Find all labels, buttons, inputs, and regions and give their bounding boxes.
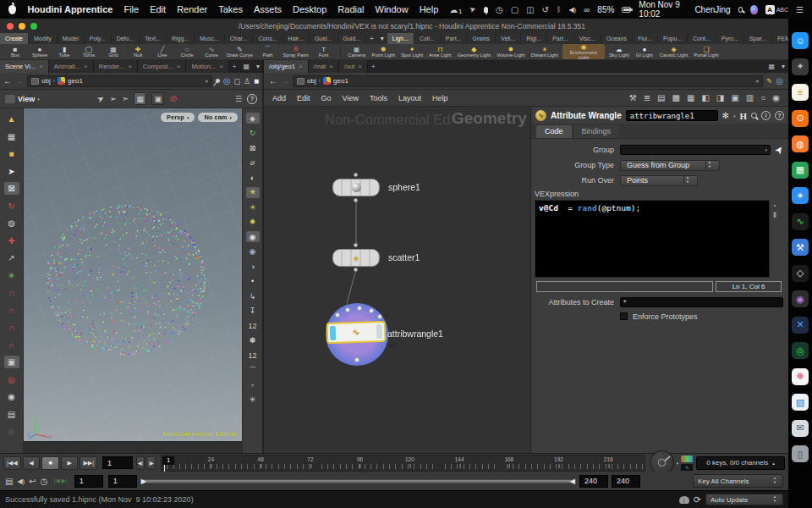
dock-icon-blueprint-x[interactable]: ✕ (792, 317, 809, 334)
shelf-tool[interactable]: ⌒ Path (257, 44, 279, 60)
display-pin-display-icon[interactable]: ↧ (246, 306, 260, 317)
audio-icon[interactable]: ◀) (17, 478, 25, 485)
shelf-tab[interactable]: Oceans (601, 33, 633, 44)
notes-icon[interactable]: ▤ (657, 93, 665, 102)
minimize-window-icon[interactable] (19, 23, 25, 30)
realtime-icon[interactable]: ◷ (41, 477, 48, 486)
shelf-tab[interactable]: Spar... (744, 33, 772, 44)
shelf-tool[interactable]: ● Sphere (29, 44, 51, 60)
shelf-tab[interactable]: Guid... (338, 33, 367, 44)
display-particles-icon[interactable]: ✳ (246, 395, 260, 406)
display-profile-curves-icon[interactable]: ⌒ (246, 365, 260, 376)
left-tool-show-objects-icon[interactable]: ▲ (4, 113, 19, 125)
jump-end-button[interactable]: ▶▶| (80, 456, 97, 470)
stop-button[interactable]: ■ (41, 456, 59, 470)
left-tool-lock-icon[interactable]: ⊠ (4, 182, 19, 195)
shelf-tool[interactable]: ◉ Environment Light (562, 44, 605, 60)
pane-swatch-icon[interactable]: ▦ (240, 60, 254, 73)
path-segment[interactable]: obj (41, 77, 51, 85)
shelf-tool[interactable]: ✸ Volume Light (495, 44, 527, 60)
camera-menu[interactable]: No cam▾ (198, 113, 238, 122)
node-attribwrangle1[interactable]: ∿ (326, 321, 387, 344)
parameter-tab[interactable]: Bindings (573, 125, 620, 138)
path-segment[interactable]: obj (307, 77, 316, 85)
network-menu-item[interactable]: Add (272, 94, 286, 102)
play-end-field[interactable]: 240 (579, 475, 608, 488)
dock-icon-circuit-green[interactable]: ◎ (792, 342, 809, 359)
nav-forward-icon[interactable]: → (15, 77, 24, 86)
node-label[interactable]: sphere1 (388, 182, 420, 192)
close-tab-icon[interactable]: × (358, 63, 362, 70)
shelf-tool[interactable]: ╱ Line (151, 44, 173, 60)
shelf-tool[interactable]: ✦ Spot Light (399, 44, 425, 60)
shelf-tab[interactable]: Part... (547, 33, 574, 44)
input-source[interactable]: AABC (765, 5, 788, 14)
cook-mode-icon[interactable] (679, 496, 689, 504)
layout-right-icon[interactable]: ◨ (716, 93, 724, 102)
time-machine-icon[interactable]: ↺ (542, 5, 549, 14)
display-high-lighting-icon[interactable]: ☀ (246, 202, 260, 213)
spotlight-icon[interactable] (738, 7, 743, 13)
play-button[interactable]: ▶ (61, 456, 79, 470)
zoom-window-icon[interactable] (30, 23, 37, 30)
prev-key-icon[interactable]: |◀ (53, 478, 59, 484)
shelf-tool[interactable]: Π Area Light (427, 44, 453, 60)
display-point-normals-icon[interactable]: ✽ (246, 335, 260, 346)
shelf-tool[interactable]: ✎ Draw Curve (225, 44, 255, 60)
range-handle-left[interactable]: ▶ (141, 478, 146, 485)
left-tool-magnet-grid-icon[interactable]: ∩ (4, 286, 19, 299)
current-frame-field[interactable]: 1 (102, 456, 133, 469)
left-tool-select-arrow-icon[interactable]: ➤ (4, 165, 19, 178)
network-menu-item[interactable]: View (343, 94, 359, 102)
group-input[interactable]: ▾ (620, 145, 771, 155)
dock-icon-final-cut[interactable]: ◉ (792, 290, 809, 307)
dock-icon-houdini[interactable]: ⊙ (792, 110, 809, 127)
node-label[interactable]: scatter1 (388, 252, 420, 262)
network-menu-item[interactable]: Layout (398, 94, 421, 102)
substep-back-icon[interactable]: ◀| (136, 456, 145, 470)
display-options-icon[interactable]: ☰ (235, 95, 242, 103)
shelf-tab[interactable]: Coll... (414, 33, 441, 44)
menubar-item[interactable]: Window (376, 4, 409, 14)
dock-icon-finder[interactable]: ☺ (792, 32, 809, 49)
shelf-tab[interactable]: Guid... (310, 33, 338, 44)
range-handle-right[interactable]: ◀ (570, 478, 575, 485)
display-point-numbers-icon[interactable]: 12 (246, 320, 260, 331)
snapshot-icon[interactable]: ■ (254, 76, 259, 86)
shelf-tab[interactable]: Musc... (195, 33, 225, 44)
next-key-icon[interactable]: ▶| (62, 478, 68, 484)
select-cursor-icon[interactable]: ➢ (110, 95, 117, 103)
path-field[interactable]: obj › geo1 ▾ (293, 75, 763, 87)
left-tool-magnet-large-icon[interactable]: ∩ (4, 339, 19, 351)
visibility-icon[interactable]: ◉ (772, 93, 780, 102)
pane-tab[interactable]: /obj/geo1× (264, 60, 309, 73)
control-center-icon[interactable]: ☰ (796, 5, 804, 14)
asset-box-icon[interactable]: ▥ (746, 93, 754, 102)
menubar-item[interactable]: Render (177, 4, 207, 14)
character-select-icon[interactable]: ♙ (244, 77, 250, 86)
close-tab-icon[interactable]: × (128, 63, 132, 70)
close-window-icon[interactable] (7, 23, 14, 30)
display-default-material-icon[interactable]: ◉ (246, 231, 260, 242)
left-tool-pose-tool-icon[interactable]: ✳ (4, 269, 19, 282)
shelf-tool[interactable]: ❑ Portal Light (692, 44, 720, 60)
cloud-sync-icon[interactable]: ☁1 (449, 5, 462, 14)
shelf-tab[interactable]: Modify (29, 33, 58, 44)
color-palette-icon[interactable]: ▩ (672, 93, 680, 102)
shelf-tool[interactable]: ✚ Null (127, 44, 149, 60)
substep-fwd-icon[interactable]: |▶ (146, 456, 156, 470)
screen-mirroring-icon[interactable]: ∞ (584, 5, 590, 14)
pane-tab[interactable]: Scene Vi...× (0, 60, 49, 73)
viewport-help-icon[interactable]: ? (247, 94, 257, 104)
node-label[interactable]: attribwrangle1 (387, 329, 443, 339)
shelf-tab[interactable]: Defo... (112, 33, 140, 44)
shelf-tool[interactable]: ◯ Torus (78, 44, 100, 60)
shelf-tool[interactable]: ▮ Tube (53, 44, 75, 60)
display-lock-camera-icon[interactable]: ⊠ (246, 142, 260, 153)
key-menu-icon[interactable]: ▾ (677, 461, 679, 466)
display-material-update-icon[interactable]: ↻ (246, 128, 260, 139)
left-tool-render-region-icon[interactable]: ◎ (4, 373, 19, 386)
shelf-tool[interactable]: ● GI Light (634, 44, 656, 60)
group-select-arrow-icon[interactable]: ➤ (771, 143, 786, 157)
vex-code-editor[interactable]: v@Cd = rand(@ptnum); ▾●●● (535, 200, 770, 278)
